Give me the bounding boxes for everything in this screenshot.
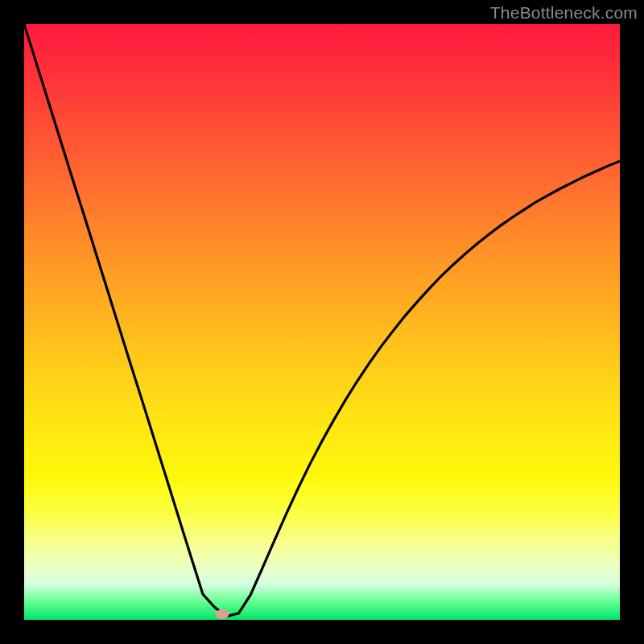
watermark-text: TheBottleneck.com <box>490 3 638 23</box>
bottleneck-curve <box>24 24 620 620</box>
chart-frame: TheBottleneck.com <box>0 0 644 644</box>
plot-area <box>24 24 620 620</box>
minimum-marker <box>216 609 229 619</box>
